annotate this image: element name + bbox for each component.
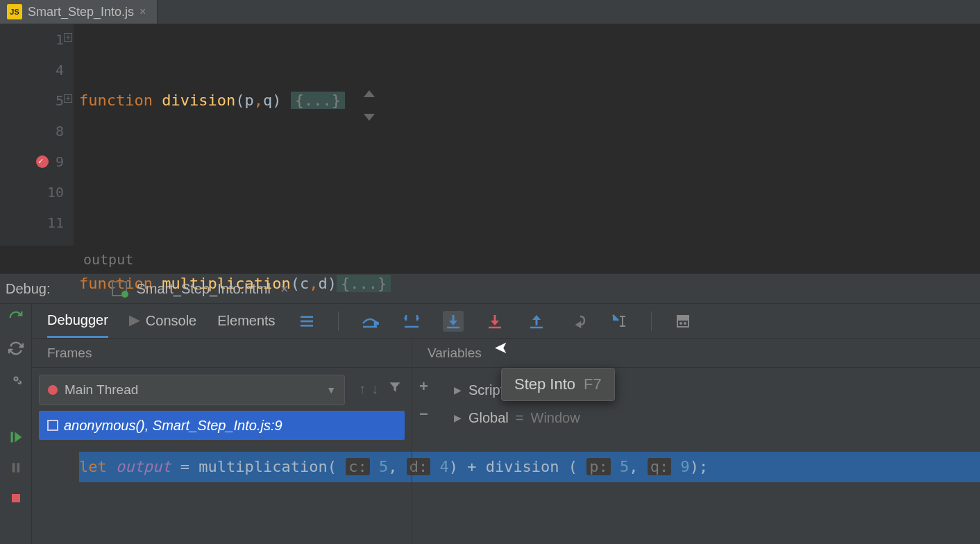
chevron-down-icon: ▼	[326, 384, 336, 396]
play-icon	[129, 316, 140, 327]
tab-elements[interactable]: Elements	[217, 304, 275, 338]
svg-marker-35	[390, 382, 400, 391]
svg-point-34	[684, 323, 686, 324]
frames-panel: Frames Main Thread ▼ ↑ ↓	[32, 339, 412, 544]
thread-name: Main Thread	[65, 382, 138, 398]
variable-name: Global	[468, 410, 509, 426]
svg-rect-3	[12, 463, 15, 473]
svg-point-0	[14, 377, 17, 381]
svg-marker-2	[15, 432, 22, 443]
debug-sidebar	[0, 304, 32, 544]
frames-header: Frames	[32, 339, 412, 368]
tooltip-shortcut: F7	[584, 375, 602, 393]
breakpoint-icon[interactable]	[36, 155, 49, 168]
svg-rect-5	[12, 494, 20, 502]
pause-icon[interactable]	[8, 459, 24, 476]
stop-icon[interactable]	[8, 490, 24, 507]
code-area[interactable]: function division(p,q) {...} function mu…	[74, 24, 980, 246]
resume-icon[interactable]	[8, 429, 24, 445]
thread-status-icon	[48, 385, 58, 395]
svg-marker-9	[375, 321, 379, 325]
run-to-cursor-icon[interactable]	[609, 311, 630, 332]
variables-header: Variables	[412, 339, 980, 368]
evaluate-expression-icon[interactable]	[673, 311, 693, 332]
settings-icon[interactable]	[8, 371, 24, 387]
fold-icon[interactable]: +	[64, 33, 72, 42]
editor-tab-bar: JS Smart_Step_Into.js ×	[0, 0, 980, 24]
close-tab-icon[interactable]: ×	[140, 6, 146, 18]
variable-value: Window	[531, 410, 580, 426]
debug-tabs: Debugger Console Elements	[32, 304, 980, 339]
expand-icon[interactable]: ▶	[454, 384, 462, 396]
debug-label: Debug:	[6, 281, 51, 297]
svg-marker-23	[532, 315, 541, 320]
frame-down-icon[interactable]: ↓	[371, 381, 378, 397]
frame-label: anonymous(), Smart_Step_Into.js:9	[64, 418, 282, 434]
reload-icon[interactable]	[8, 340, 24, 357]
svg-marker-25	[577, 323, 580, 327]
fold-icon[interactable]: +	[64, 94, 72, 103]
variable-name: Script	[468, 382, 504, 398]
svg-point-33	[680, 323, 682, 324]
step-into-tooltip: Step Into F7	[501, 368, 615, 401]
svg-marker-17	[449, 321, 457, 325]
svg-rect-4	[17, 463, 19, 473]
close-session-icon[interactable]: ×	[280, 281, 289, 297]
expand-icon[interactable]: ▶	[454, 412, 462, 423]
drop-frame-icon[interactable]	[568, 311, 589, 332]
step-over-icon[interactable]	[360, 311, 380, 332]
frame-icon	[47, 420, 58, 431]
html-file-icon	[112, 281, 127, 296]
debug-session-name: Smart_Step_Into.html	[137, 281, 271, 297]
js-file-icon: JS	[7, 4, 22, 19]
force-step-into-icon[interactable]	[484, 311, 505, 332]
variables-tree[interactable]: ▶ Script ▶ Global = Window	[412, 368, 980, 432]
threads-icon[interactable]	[296, 311, 317, 332]
tooltip-text: Step Into	[514, 375, 575, 393]
variables-panel: Variables + − ▶ Script ▶ Global = Window	[412, 339, 980, 544]
remove-watch-icon[interactable]: −	[419, 405, 428, 423]
frames-scroller[interactable]	[364, 90, 375, 121]
tab-console[interactable]: Console	[129, 304, 196, 338]
debug-panel: Debugger Console Elements Frames Main T	[0, 304, 980, 544]
step-out-icon[interactable]	[526, 311, 547, 332]
filter-icon[interactable]	[388, 380, 402, 397]
file-tab-label: Smart_Step_Into.js	[28, 5, 134, 19]
editor-gutter: 1+ 4 5+ 8 9 10 11	[0, 24, 74, 246]
svg-marker-20	[491, 321, 499, 325]
code-editor[interactable]: 1+ 4 5+ 8 9 10 11 function division(p,q)…	[0, 24, 980, 246]
step-into-icon[interactable]	[443, 311, 464, 332]
step-into-selection-icon[interactable]	[401, 311, 422, 332]
rerun-icon[interactable]	[8, 309, 24, 326]
variable-row[interactable]: ▶ Global = Window	[454, 404, 980, 432]
svg-rect-1	[10, 432, 12, 443]
frame-up-icon[interactable]: ↑	[359, 381, 366, 397]
file-tab[interactable]: JS Smart_Step_Into.js ×	[0, 0, 158, 24]
thread-selector[interactable]: Main Thread ▼	[39, 375, 345, 405]
tab-debugger[interactable]: Debugger	[47, 304, 108, 338]
add-watch-icon[interactable]: +	[419, 377, 428, 396]
stack-frame[interactable]: anonymous(), Smart_Step_Into.js:9	[39, 411, 405, 440]
svg-rect-32	[679, 317, 687, 320]
